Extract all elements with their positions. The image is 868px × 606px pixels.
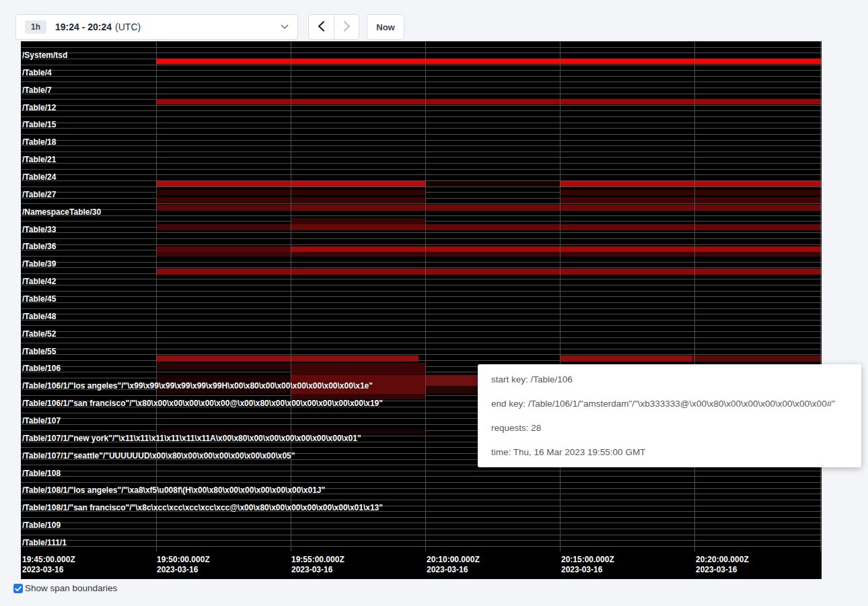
time-range-duration-badge: 1h [25, 20, 46, 34]
span-boundary-line [21, 123, 822, 123]
span-boundary-line [21, 134, 822, 135]
span-boundary-line [21, 482, 822, 483]
next-interval-button[interactable] [334, 15, 359, 39]
show-span-boundaries-checkbox[interactable] [13, 584, 23, 593]
heat-band [560, 190, 822, 195]
heat-band [156, 59, 822, 64]
span-boundary-line [21, 546, 822, 547]
key-range-label: /Table/107/1/"new york"/"\x11\x11\x11\x1… [22, 433, 361, 444]
span-boundary-line [21, 267, 822, 268]
key-range-label: /Table/109 [22, 520, 61, 531]
heat-band [291, 224, 822, 230]
key-range-label: /Table/21 [22, 154, 56, 165]
span-boundary-line [21, 517, 822, 518]
key-range-label: /Table/4 [22, 67, 52, 78]
span-boundary-line [21, 232, 822, 233]
span-boundary-line [21, 325, 822, 326]
time-axis-tick: 20:10:00.000Z2023-03-16 [427, 555, 480, 575]
time-nav-group [308, 14, 359, 40]
key-range-label: /Table/7 [22, 85, 52, 96]
span-boundary-line [21, 320, 822, 321]
span-boundary-line [21, 157, 822, 158]
time-axis-tick: 20:15:00.000Z2023-03-16 [561, 555, 614, 575]
key-range-label: /Table/108/1/"san francisco"/"\x8c\xcc\x… [22, 502, 383, 513]
key-range-label: /Table/107/1/"seattle"/"UUUUUUD\x00\x80\… [22, 450, 295, 461]
key-range-label: /Table/18 [22, 137, 56, 147]
heat-band [291, 205, 822, 211]
key-visualizer-canvas[interactable]: /System/tsd/Table/4/Table/7/Table/12/Tab… [21, 41, 822, 579]
span-boundary-line [21, 65, 822, 65]
span-boundary-line [21, 471, 822, 471]
time-range-label: 19:24 - 20:24 [55, 22, 112, 32]
show-span-boundaries-toggle[interactable]: Show span boundaries [13, 583, 117, 593]
key-range-label: /Table/33 [22, 224, 56, 235]
heat-band [560, 356, 692, 362]
span-boundary-line [21, 349, 822, 349]
heat-band [291, 218, 425, 224]
span-boundary-line [21, 41, 822, 42]
span-boundary-line [21, 47, 822, 48]
heat-band [291, 181, 425, 187]
key-range-label: /Table/52 [22, 329, 56, 339]
time-range-select[interactable]: 1h 19:24 - 20:24 (UTC) [15, 14, 298, 40]
span-boundary-line [21, 169, 822, 170]
key-range-label: /Table/36 [22, 241, 56, 252]
chevron-right-icon [343, 21, 351, 34]
span-boundary-line [21, 145, 822, 146]
span-boundary-line [21, 152, 822, 152]
time-gridline [560, 41, 560, 551]
key-range-label: /Table/42 [22, 276, 56, 287]
span-boundary-line [21, 500, 822, 500]
heat-band [560, 197, 822, 203]
heat-band [425, 386, 478, 394]
now-button[interactable]: Now [367, 14, 404, 40]
key-range-label: /Table/45 [22, 294, 56, 304]
heat-band [291, 246, 822, 252]
heat-band [156, 356, 419, 362]
chevron-down-icon [281, 24, 289, 30]
span-boundary-line [21, 81, 822, 82]
span-boundary-line [21, 140, 822, 141]
span-boundary-line [21, 337, 822, 338]
span-boundary-line [21, 529, 822, 529]
tooltip-time: time: Thu, 16 Mar 2023 19:55:00 GMT [491, 447, 848, 457]
previous-interval-button[interactable] [309, 15, 334, 39]
span-boundary-line [21, 70, 822, 71]
span-boundary-line [21, 88, 822, 88]
span-boundary-line [21, 540, 822, 541]
time-axis-tick: 19:45:00.000Z2023-03-16 [22, 555, 75, 575]
span-tooltip: start key: /Table/106 end key: /Table/10… [478, 364, 861, 467]
key-range-label: /NamespaceTable/30 [22, 207, 101, 217]
checkmark-icon [15, 582, 22, 595]
span-boundary-line [21, 163, 822, 164]
key-range-label: /Table/48 [22, 311, 56, 322]
key-range-label: /System/tsd [22, 50, 67, 61]
span-boundary-line [21, 535, 822, 535]
span-boundary-line [21, 174, 822, 175]
span-boundary-line [21, 238, 822, 239]
key-range-label: /Table/55 [22, 346, 56, 357]
key-range-label: /Table/24 [22, 172, 56, 182]
span-boundary-line [21, 262, 822, 263]
time-gridline [425, 41, 426, 551]
span-boundary-line [21, 76, 822, 77]
key-range-label: /Table/39 [22, 259, 56, 269]
key-range-label: /Table/12 [22, 102, 56, 113]
heat-band [156, 224, 291, 230]
heat-band [692, 356, 822, 362]
span-boundary-line [21, 128, 822, 129]
heat-band [156, 252, 822, 257]
span-boundary-line [21, 343, 822, 343]
span-boundary-line [21, 331, 822, 332]
time-gridline [156, 41, 157, 551]
span-boundary-line [21, 285, 822, 285]
span-boundary-line [21, 215, 822, 216]
span-boundary-line [21, 291, 822, 292]
key-range-label: /Table/108/1/"los angeles"/"\xa8\xf5\u00… [22, 485, 325, 496]
show-span-boundaries-label: Show span boundaries [25, 583, 117, 593]
span-boundary-line [21, 302, 822, 303]
time-gridline [291, 41, 291, 551]
heat-band [291, 363, 425, 375]
key-range-label: /Table/106/1/"san francisco"/"\x80\x00\x… [22, 398, 383, 409]
key-range-label: /Table/108 [22, 468, 61, 479]
